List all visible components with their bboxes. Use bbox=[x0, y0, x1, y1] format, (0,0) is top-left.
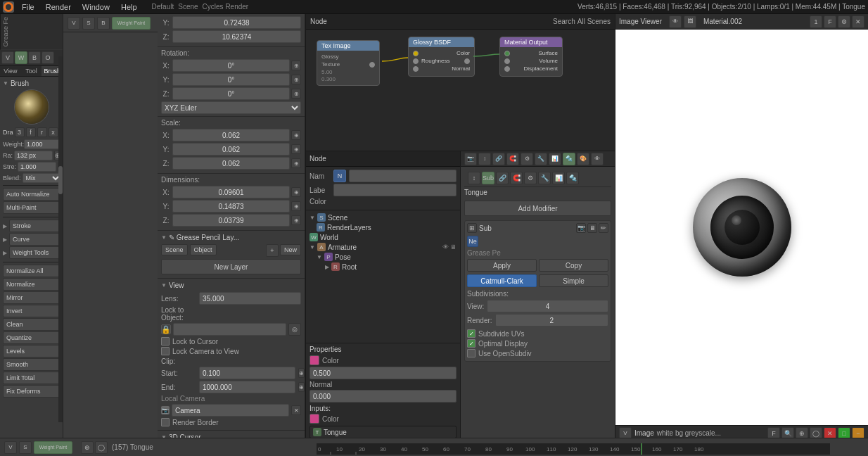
mod-sub5[interactable]: ⚙ bbox=[524, 172, 537, 184]
lock-obj-btn[interactable]: ◎ bbox=[288, 323, 301, 336]
menu-render[interactable]: Render bbox=[44, 3, 73, 11]
dim-y[interactable] bbox=[172, 200, 290, 213]
stroke-btn[interactable]: Stroke bbox=[9, 220, 60, 232]
apply-btn[interactable]: Apply bbox=[467, 259, 537, 272]
mod-icon10[interactable]: 👁 bbox=[591, 153, 604, 165]
clip-start-input[interactable]: 0.100 bbox=[199, 367, 295, 379]
iv-img-btn[interactable]: 🖼 bbox=[684, 15, 696, 28]
rot-x-lock[interactable]: ⊕ bbox=[291, 61, 301, 70]
loc-z-input[interactable]: 10.62374 bbox=[172, 30, 301, 43]
mod-sub8[interactable]: 🔩 bbox=[566, 172, 579, 184]
toolbar-options-btn[interactable]: O bbox=[42, 51, 54, 64]
scale-y-lock[interactable]: ⊕ bbox=[291, 144, 301, 154]
lock-obj-input[interactable] bbox=[173, 323, 286, 336]
color-swatch[interactable] bbox=[309, 355, 319, 365]
subdiv-view-input[interactable]: 4 bbox=[487, 300, 608, 312]
gp-object-btn[interactable]: Object bbox=[190, 244, 217, 255]
inputs-swatch[interactable] bbox=[309, 414, 319, 424]
tree-renderlayers[interactable]: R RenderLayers bbox=[308, 222, 458, 232]
radius-input[interactable]: 132 px bbox=[14, 151, 53, 160]
dim-x[interactable] bbox=[172, 186, 290, 198]
levels-btn[interactable]: Levels bbox=[3, 345, 60, 357]
mod-sub1[interactable]: ↕ bbox=[468, 172, 480, 184]
menu-help[interactable]: Help bbox=[119, 3, 139, 11]
quantize-btn[interactable]: Quantize bbox=[3, 331, 60, 344]
lock-camera-cb[interactable] bbox=[161, 347, 170, 355]
simple-btn[interactable]: Simple bbox=[539, 274, 608, 287]
scale-x-lock[interactable]: ⊕ bbox=[291, 130, 301, 140]
multi-paint-btn[interactable]: Multi-Paint bbox=[3, 201, 60, 214]
vp-select-btn[interactable]: S bbox=[82, 17, 95, 30]
clean-btn[interactable]: Clean bbox=[3, 318, 60, 331]
gp-add-btn[interactable]: + bbox=[266, 244, 279, 257]
tex-image-node[interactable]: Tex Image Glossy Texture 5.00 0 bbox=[317, 40, 380, 86]
camera-input[interactable]: Camera bbox=[172, 404, 289, 417]
camera-clear[interactable]: ✕ bbox=[291, 405, 301, 415]
toolbar-view-btn[interactable]: V bbox=[1, 51, 14, 64]
search-label[interactable]: Search bbox=[553, 18, 575, 25]
mod-icon3[interactable]: 🔗 bbox=[492, 153, 505, 165]
gp-scene-btn[interactable]: Scene bbox=[161, 244, 188, 255]
clip-start-lock[interactable]: ⊕ bbox=[298, 368, 305, 378]
rot-y[interactable] bbox=[172, 73, 290, 86]
normalize-btn[interactable]: Normalize bbox=[3, 278, 60, 291]
draw-btn4[interactable]: x bbox=[49, 127, 58, 137]
mod-sub3[interactable]: 🔗 bbox=[496, 172, 509, 184]
mod-sub4[interactable]: 🧲 bbox=[510, 172, 523, 184]
val1-input[interactable] bbox=[309, 367, 457, 379]
mod-icon5[interactable]: ⚙ bbox=[521, 153, 533, 165]
fix-deforms-btn[interactable]: Fix Deforms bbox=[3, 385, 60, 398]
subdiv-render-input[interactable]: 2 bbox=[495, 314, 608, 327]
label-input[interactable] bbox=[333, 184, 457, 196]
iv-t3[interactable]: ⚙ bbox=[838, 15, 850, 28]
mod-icon9[interactable]: 🎨 bbox=[577, 153, 589, 165]
dim-y-lock[interactable]: ⊕ bbox=[291, 201, 301, 211]
strength-input[interactable]: 1.000 bbox=[18, 162, 56, 172]
normalize-all-btn[interactable]: Normalize All bbox=[3, 265, 60, 277]
brush-toggle[interactable]: ▼ bbox=[3, 80, 8, 87]
menu-file[interactable]: File bbox=[20, 3, 37, 11]
loc-y-input[interactable]: 0.72438 bbox=[172, 16, 301, 29]
mod-sub2[interactable]: Sub bbox=[482, 172, 494, 184]
render-border-cb[interactable] bbox=[161, 418, 170, 426]
mod-icon1[interactable]: 📷 bbox=[464, 153, 477, 165]
toolbar-brush-btn[interactable]: B bbox=[28, 51, 41, 64]
gp-layer-arrow[interactable]: ▼ bbox=[161, 234, 167, 241]
rot-z[interactable] bbox=[172, 87, 290, 100]
armature-render[interactable]: 🖥 bbox=[450, 243, 457, 251]
draw-btn2[interactable]: f bbox=[26, 127, 36, 137]
mod-icon7[interactable]: 📊 bbox=[549, 153, 561, 165]
iv-view-btn[interactable]: 👁 bbox=[669, 15, 682, 28]
draw-mode-btn[interactable]: 3 bbox=[15, 127, 25, 137]
smooth-btn[interactable]: Smooth bbox=[3, 358, 60, 371]
scale-z-lock[interactable]: ⊕ bbox=[291, 158, 301, 168]
mod-icon4[interactable]: 🧲 bbox=[506, 153, 519, 165]
vp-brush-btn[interactable]: B bbox=[97, 17, 110, 30]
optimal-display-cb[interactable]: ✓ bbox=[467, 339, 476, 348]
mod-icon2[interactable]: ↕ bbox=[478, 153, 491, 165]
left-scrollbar[interactable] bbox=[58, 56, 63, 422]
glossy-node[interactable]: Glossy BSDF Color Roughness bbox=[408, 37, 475, 77]
subdiv-render-btn[interactable]: 🖥 bbox=[587, 223, 597, 233]
menu-window[interactable]: Window bbox=[80, 3, 112, 11]
armature-vis[interactable]: 👁 bbox=[442, 243, 449, 251]
subdivide-uvs-cb[interactable]: ✓ bbox=[467, 329, 476, 338]
view-hdr[interactable]: ▼ View bbox=[161, 281, 301, 290]
vp-weight-btn[interactable]: Weight Paint bbox=[112, 17, 151, 30]
rotation-mode-select[interactable]: XYZ Euler bbox=[161, 101, 301, 114]
mod-sub7[interactable]: 📊 bbox=[552, 172, 565, 184]
invert-btn[interactable]: Invert bbox=[3, 305, 60, 317]
lock-cursor-cb[interactable] bbox=[161, 337, 170, 346]
tab-tools[interactable]: Tool bbox=[21, 66, 42, 76]
clip-end-lock[interactable]: ⊕ bbox=[298, 382, 305, 392]
gp-new-btn[interactable]: New bbox=[280, 244, 301, 255]
mod-icon8[interactable]: 🔩 bbox=[563, 153, 575, 165]
subdiv-icon[interactable]: ⊞ bbox=[467, 223, 477, 233]
material-output-node[interactable]: Material Output Surface Volume bbox=[499, 37, 563, 77]
scale-z[interactable] bbox=[172, 157, 290, 170]
name-input[interactable] bbox=[349, 170, 457, 182]
subdiv-edit-btn[interactable]: ✏ bbox=[599, 223, 608, 233]
vp-view-btn[interactable]: V bbox=[68, 17, 80, 30]
limit-total-btn[interactable]: Limit Total bbox=[3, 372, 60, 384]
view-arrow[interactable]: ▼ bbox=[161, 282, 167, 289]
